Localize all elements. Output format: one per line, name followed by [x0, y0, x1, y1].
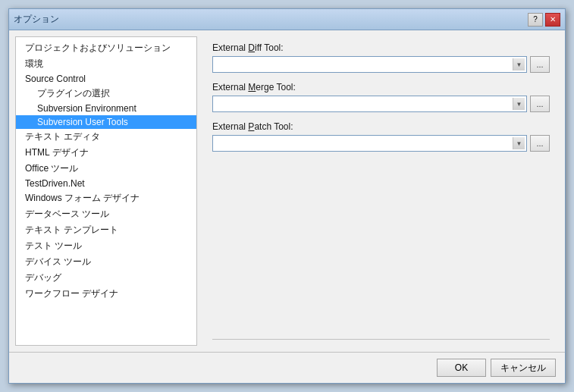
right-panel-separator	[212, 339, 550, 340]
browse-button-patch_tool[interactable]: ...	[530, 135, 550, 152]
field-label-diff_tool: External Diff Tool:	[212, 42, 550, 53]
dropdown-arrow-patch_tool: ▼	[513, 137, 525, 149]
dropdown-arrow-diff_tool: ▼	[513, 58, 525, 71]
ok-button[interactable]: OK	[437, 359, 486, 377]
dialog-footer: OK キャンセル	[9, 352, 565, 383]
tree-item-workflow[interactable]: ワークフロー デザイナ	[16, 286, 196, 302]
field-group-patch_tool: External Patch Tool:▼...	[212, 121, 550, 152]
tree-item-debug[interactable]: デバッグ	[16, 270, 196, 286]
options-dialog: オプション ? ✕ プロジェクトおよびソリューション環境Source Contr…	[8, 8, 566, 384]
dropdown-patch_tool[interactable]: ▼	[212, 135, 527, 152]
tree-item-text_template[interactable]: テキスト テンプレート	[16, 222, 196, 238]
tree-item-office[interactable]: Office ツール	[16, 161, 196, 177]
title-bar: オプション ? ✕	[9, 9, 565, 30]
dropdown-arrow-merge_tool: ▼	[513, 98, 525, 110]
dialog-body: プロジェクトおよびソリューション環境Source Controlプラグインの選択…	[9, 30, 565, 352]
tree-item-env[interactable]: 環境	[16, 56, 196, 72]
field-group-merge_tool: External Merge Tool:▼...	[212, 82, 550, 112]
field-row-merge_tool: ▼...	[212, 96, 550, 112]
close-button[interactable]: ✕	[545, 13, 560, 27]
cancel-button[interactable]: キャンセル	[491, 359, 556, 377]
field-row-patch_tool: ▼...	[212, 135, 550, 152]
field-row-diff_tool: ▼...	[212, 56, 550, 73]
tree-item-text_editor[interactable]: テキスト エディタ	[16, 129, 196, 145]
left-panel: プロジェクトおよびソリューション環境Source Controlプラグインの選択…	[15, 36, 197, 346]
tree-item-testdriven[interactable]: TestDriven.Net	[16, 177, 196, 190]
dropdown-diff_tool[interactable]: ▼	[212, 56, 527, 73]
tree-item-svn_env[interactable]: Subversion Environment	[16, 102, 196, 115]
dropdown-merge_tool[interactable]: ▼	[212, 96, 527, 112]
field-label-patch_tool: External Patch Tool:	[212, 121, 550, 132]
browse-button-merge_tool[interactable]: ...	[530, 96, 550, 112]
dialog-title: オプション	[14, 13, 59, 26]
tree-item-database[interactable]: データベース ツール	[16, 206, 196, 222]
tree-item-device_tools[interactable]: デバイス ツール	[16, 254, 196, 270]
field-group-diff_tool: External Diff Tool:▼...	[212, 42, 550, 73]
tree-item-html_designer[interactable]: HTML デザイナ	[16, 145, 196, 161]
tree-item-winforms[interactable]: Windows フォーム デザイナ	[16, 190, 196, 206]
field-label-merge_tool: External Merge Tool:	[212, 82, 550, 93]
title-bar-buttons: ? ✕	[528, 13, 560, 27]
browse-button-diff_tool[interactable]: ...	[530, 56, 550, 73]
right-panel: External Diff Tool:▼...External Merge To…	[203, 36, 559, 346]
tree-item-svn_tools[interactable]: Subversion User Tools	[16, 115, 196, 129]
tree-item-source_control[interactable]: Source Control	[16, 72, 196, 86]
tree-item-test_tools[interactable]: テスト ツール	[16, 238, 196, 254]
tree-item-project[interactable]: プロジェクトおよびソリューション	[16, 40, 196, 56]
help-button[interactable]: ?	[528, 13, 543, 27]
tree-item-plugin[interactable]: プラグインの選択	[16, 86, 196, 102]
